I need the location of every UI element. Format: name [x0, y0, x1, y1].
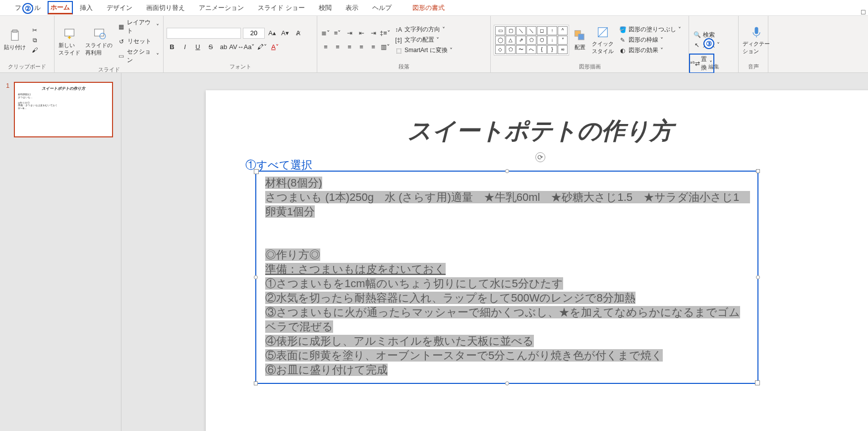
- tab-animations[interactable]: アニメーション: [192, 0, 251, 15]
- align-center-button[interactable]: ≡: [332, 42, 343, 53]
- new-slide-icon: ✦: [62, 27, 76, 41]
- group-label-font: フォント: [167, 62, 314, 71]
- shape-effects-button[interactable]: ◐図形の効果 ˅: [618, 46, 682, 55]
- new-slide-label: 新しい スライド: [58, 42, 80, 57]
- group-editing: ③ 🔍検索 ᵃᵇ⇄置換 ˅ ↖選択 ˅ 編集: [689, 16, 739, 72]
- clear-format-button[interactable]: A̷: [292, 28, 303, 39]
- bullets-button[interactable]: ≣˅: [320, 28, 331, 39]
- line-step6: ⑥お皿に盛り付けて完成: [265, 364, 388, 376]
- callout-2: ②: [22, 3, 33, 14]
- italic-button[interactable]: I: [179, 42, 190, 53]
- numbering-button[interactable]: ≡˅: [332, 28, 343, 39]
- ribbon: 貼り付け ✂ ⧉ 🖌 クリップボード ✦ 新しい スライド スライドの 再利用 …: [0, 16, 868, 73]
- find-button[interactable]: 🔍検索: [692, 30, 721, 40]
- format-painter-button[interactable]: 🖌: [30, 46, 40, 55]
- svg-rect-9: [754, 27, 758, 34]
- list-level-button[interactable]: ⇥: [344, 28, 355, 39]
- change-case-button[interactable]: Aa˅: [244, 42, 255, 53]
- highlight-icon: 🖍: [257, 43, 264, 51]
- new-slide-button[interactable]: ✦ 新しい スライド: [58, 26, 81, 58]
- share-icon[interactable]: ☐: [861, 9, 866, 16]
- shape-outline-button[interactable]: ✎図形の枠線 ˅: [618, 35, 682, 45]
- tab-review[interactable]: 校閲: [312, 0, 339, 15]
- resize-handle[interactable]: [254, 275, 258, 279]
- tab-transitions[interactable]: 画面切り替え: [139, 0, 192, 15]
- resize-handle[interactable]: [756, 275, 760, 279]
- char-spacing-button[interactable]: AV↔: [231, 42, 242, 53]
- underline-button[interactable]: U: [192, 42, 203, 53]
- rotate-handle-icon[interactable]: ⟳: [535, 152, 545, 162]
- tab-shape-format[interactable]: 図形の書式: [405, 0, 452, 15]
- bold-button[interactable]: B: [167, 42, 177, 53]
- align-right-button[interactable]: ≡: [344, 42, 355, 53]
- layout-button[interactable]: ▦レイアウト ˅: [116, 18, 160, 36]
- line-ingredients: さつまいも (1本)250g 水 (さらす用)適量 ★牛乳60ml ★砂糖大さじ…: [265, 191, 750, 218]
- resize-handle[interactable]: [505, 169, 509, 173]
- line-spacing-button[interactable]: ‡≡˅: [380, 28, 391, 39]
- strike-button[interactable]: S: [205, 42, 216, 53]
- cut-button[interactable]: ✂: [30, 26, 40, 35]
- layout-icon: ▦: [117, 23, 125, 31]
- section-button[interactable]: ▭セクション ˅: [116, 47, 160, 65]
- content-textbox[interactable]: 材料(8個分) さつまいも (1本)250g 水 (さらす用)適量 ★牛乳60m…: [255, 171, 758, 384]
- increase-indent-button[interactable]: ⇥: [368, 28, 379, 39]
- reset-icon: ↺: [117, 38, 125, 46]
- smartart-button[interactable]: ⬚SmartArt に変換 ˅: [394, 46, 454, 55]
- line-step1: ①さつまいもを1cm幅のいちょう切りにして水に5分ひたす: [265, 277, 563, 290]
- workspace: 1 スイートポテトの作り方 材料(8個分)さつまいも…◎作り方◎準備：さつまいも…: [0, 73, 868, 431]
- tab-view[interactable]: 表示: [339, 0, 365, 15]
- resize-handle[interactable]: [505, 381, 509, 385]
- fill-icon: 🪣: [619, 26, 627, 34]
- arrange-button[interactable]: 配置: [572, 28, 588, 52]
- text-direction-button[interactable]: ↕A文字列の方向 ˅: [394, 25, 454, 34]
- tab-design[interactable]: デザイン: [100, 0, 139, 15]
- group-label-paragraph: 段落: [320, 62, 487, 71]
- font-color-button[interactable]: A˅: [270, 42, 281, 53]
- increase-font-button[interactable]: A▴: [267, 28, 278, 39]
- tab-help[interactable]: ヘルプ: [365, 0, 399, 15]
- tab-slideshow[interactable]: スライド ショー: [251, 0, 312, 15]
- replace-icon: ᵃᵇ⇄: [691, 60, 699, 67]
- callout-3: ③: [703, 38, 714, 49]
- shape-fill-button[interactable]: 🪣図形の塗りつぶし ˅: [618, 25, 682, 34]
- tab-home[interactable]: ホーム: [48, 1, 73, 14]
- align-text-icon: [‡]: [395, 36, 403, 44]
- textbox-content[interactable]: 材料(8個分) さつまいも (1本)250g 水 (さらす用)適量 ★牛乳60m…: [256, 172, 757, 381]
- highlight-button[interactable]: 🖍˅: [257, 42, 268, 53]
- slide-title: スイートポテトの作り方: [206, 115, 868, 147]
- decrease-font-button[interactable]: A▾: [280, 28, 290, 39]
- align-left-button[interactable]: ≡: [320, 42, 331, 53]
- replace-button[interactable]: ᵃᵇ⇄置換 ˅: [689, 54, 714, 73]
- copy-button[interactable]: ⧉: [30, 36, 40, 45]
- align-text-button[interactable]: [‡]文字の配置 ˅: [394, 35, 454, 45]
- distributed-button[interactable]: ≡: [368, 42, 379, 53]
- reset-button[interactable]: ↺リセット: [116, 37, 160, 46]
- thumbnail-panel: 1 スイートポテトの作り方 材料(8個分)さつまいも…◎作り方◎準備：さつまいも…: [0, 73, 121, 431]
- slide-1: スイートポテトの作り方 ⟳ ①すべて選択 材料(8個分) さつまいも (1本)2…: [206, 90, 868, 431]
- shapes-gallery[interactable]: ▭▢＼＼◻↑^ ◯△⇗⬠⬡↓˅ ◇⬠〜へ{}≂: [494, 25, 569, 56]
- svg-rect-4: [94, 29, 104, 36]
- resize-handle[interactable]: [254, 381, 258, 385]
- justify-button[interactable]: ≡: [356, 42, 367, 53]
- quick-styles-button[interactable]: クイック スタイル: [591, 24, 615, 56]
- slide-thumbnail-1[interactable]: スイートポテトの作り方 材料(8個分)さつまいも…◎作り方◎準備：さつまいもは皮…: [14, 82, 113, 137]
- svg-text:✦: ✦: [67, 34, 72, 40]
- reuse-slide-button[interactable]: スライドの 再利用: [84, 26, 114, 58]
- reuse-slide-label: スライドの 再利用: [85, 42, 113, 57]
- font-name-input[interactable]: [167, 28, 241, 39]
- thumb-number: 1: [6, 82, 9, 89]
- menubar: ファイル ② ホーム 挿入 デザイン 画面切り替え アニメーション スライド シ…: [0, 0, 868, 16]
- line-step3: ③さつまいもに火が通ったらマッシャーで細かくつぶし、★を加えてなめらかになるまで…: [265, 306, 740, 333]
- shadow-button[interactable]: ab: [218, 42, 229, 53]
- paste-button[interactable]: 貼り付け: [3, 28, 27, 52]
- slide-canvas[interactable]: スイートポテトの作り方 ⟳ ①すべて選択 材料(8個分) さつまいも (1本)2…: [121, 73, 868, 431]
- resize-handle[interactable]: [756, 169, 760, 173]
- font-size-input[interactable]: [243, 28, 265, 39]
- group-slides: ✦ 新しい スライド スライドの 再利用 ▦レイアウト ˅ ↺リセット ▭セクシ…: [55, 16, 164, 72]
- tab-insert[interactable]: 挿入: [73, 0, 100, 15]
- line-step5: ⑤表面に卵黄を塗り、オーブントースターで5分こんがり焼き色が付くまで焼く: [265, 349, 663, 362]
- columns-button[interactable]: ▥˅: [380, 42, 391, 53]
- scissors-icon: ✂: [31, 26, 39, 34]
- decrease-indent-button[interactable]: ⇤: [356, 28, 367, 39]
- dictate-button[interactable]: ディクテー ション: [742, 24, 771, 56]
